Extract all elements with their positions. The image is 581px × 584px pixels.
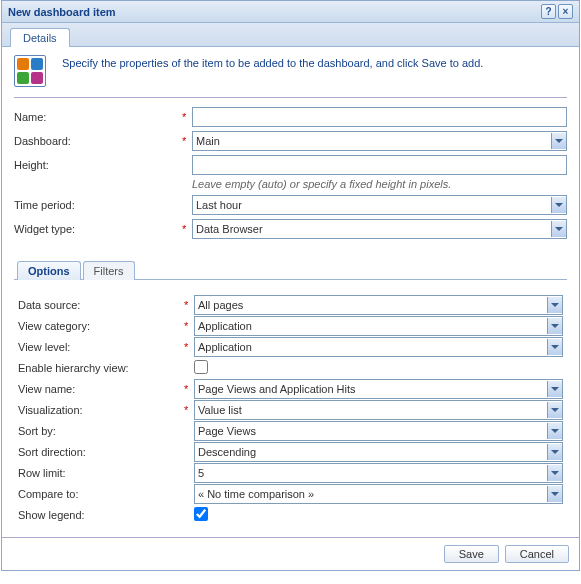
row-limit-select[interactable]: 5 xyxy=(194,463,563,483)
dashboard-item-icon xyxy=(14,55,46,87)
title-bar: New dashboard item ? × xyxy=(2,1,579,23)
sort-direction-select[interactable]: Descending xyxy=(194,442,563,462)
compare-to-label: Compare to: xyxy=(18,488,184,500)
dialog-footer: Save Cancel xyxy=(2,537,579,570)
help-icon[interactable]: ? xyxy=(541,4,556,19)
height-label: Height: xyxy=(14,159,182,171)
dialog: New dashboard item ? × Details Specify t… xyxy=(1,0,580,571)
cancel-button[interactable]: Cancel xyxy=(505,545,569,563)
data-source-select[interactable]: All pages xyxy=(194,295,563,315)
required-marker: * xyxy=(184,299,194,311)
chevron-down-icon xyxy=(547,486,562,502)
close-icon[interactable]: × xyxy=(558,4,573,19)
required-marker: * xyxy=(184,341,194,353)
required-marker: * xyxy=(182,135,192,147)
top-form: Name: * Dashboard: * Main Height: Leave … xyxy=(14,106,567,240)
widget-type-label: Widget type: xyxy=(14,223,182,235)
dialog-body: Specify the properties of the item to be… xyxy=(2,47,579,537)
dialog-title: New dashboard item xyxy=(8,6,541,18)
chevron-down-icon xyxy=(547,465,562,481)
compare-to-select[interactable]: « No time comparison » xyxy=(194,484,563,504)
chevron-down-icon xyxy=(547,318,562,334)
tab-options[interactable]: Options xyxy=(17,261,81,280)
chevron-down-icon xyxy=(547,339,562,355)
sort-by-label: Sort by: xyxy=(18,425,184,437)
save-button[interactable]: Save xyxy=(444,545,499,563)
required-marker: * xyxy=(184,383,194,395)
height-input[interactable] xyxy=(192,155,567,175)
chevron-down-icon xyxy=(551,197,566,213)
name-label: Name: xyxy=(14,111,182,123)
sort-by-select[interactable]: Page Views xyxy=(194,421,563,441)
row-limit-label: Row limit: xyxy=(18,467,184,479)
height-hint: Leave empty (auto) or specify a fixed he… xyxy=(14,178,567,190)
show-legend-label: Show legend: xyxy=(18,509,184,521)
view-level-label: View level: xyxy=(18,341,184,353)
chevron-down-icon xyxy=(547,381,562,397)
chevron-down-icon xyxy=(551,221,566,237)
view-level-select[interactable]: Application xyxy=(194,337,563,357)
visualization-label: Visualization: xyxy=(18,404,184,416)
chevron-down-icon xyxy=(547,402,562,418)
sort-direction-label: Sort direction: xyxy=(18,446,184,458)
view-category-select[interactable]: Application xyxy=(194,316,563,336)
dashboard-select[interactable]: Main xyxy=(192,131,567,151)
enable-hierarchy-label: Enable hierarchy view: xyxy=(18,362,184,374)
summary-row: Specify the properties of the item to be… xyxy=(14,55,567,98)
view-name-label: View name: xyxy=(18,383,184,395)
data-source-label: Data source: xyxy=(18,299,184,311)
time-period-label: Time period: xyxy=(14,199,182,211)
chevron-down-icon xyxy=(547,444,562,460)
summary-text: Specify the properties of the item to be… xyxy=(62,55,483,69)
required-marker: * xyxy=(184,320,194,332)
dashboard-label: Dashboard: xyxy=(14,135,182,147)
required-marker: * xyxy=(184,404,194,416)
tab-filters[interactable]: Filters xyxy=(83,261,135,280)
main-tabstrip: Details xyxy=(2,23,579,47)
show-legend-checkbox[interactable] xyxy=(194,507,208,521)
options-form: Data source: * All pages View category: … xyxy=(14,280,567,529)
chevron-down-icon xyxy=(551,133,566,149)
sub-tabstrip: Options Filters xyxy=(14,260,567,280)
enable-hierarchy-checkbox[interactable] xyxy=(194,360,208,374)
tab-details[interactable]: Details xyxy=(10,28,70,47)
chevron-down-icon xyxy=(547,297,562,313)
view-category-label: View category: xyxy=(18,320,184,332)
title-bar-controls: ? × xyxy=(541,4,573,19)
visualization-select[interactable]: Value list xyxy=(194,400,563,420)
view-name-select[interactable]: Page Views and Application Hits xyxy=(194,379,563,399)
widget-type-select[interactable]: Data Browser xyxy=(192,219,567,239)
required-marker: * xyxy=(182,111,192,123)
name-input[interactable] xyxy=(192,107,567,127)
chevron-down-icon xyxy=(547,423,562,439)
time-period-select[interactable]: Last hour xyxy=(192,195,567,215)
required-marker: * xyxy=(182,223,192,235)
